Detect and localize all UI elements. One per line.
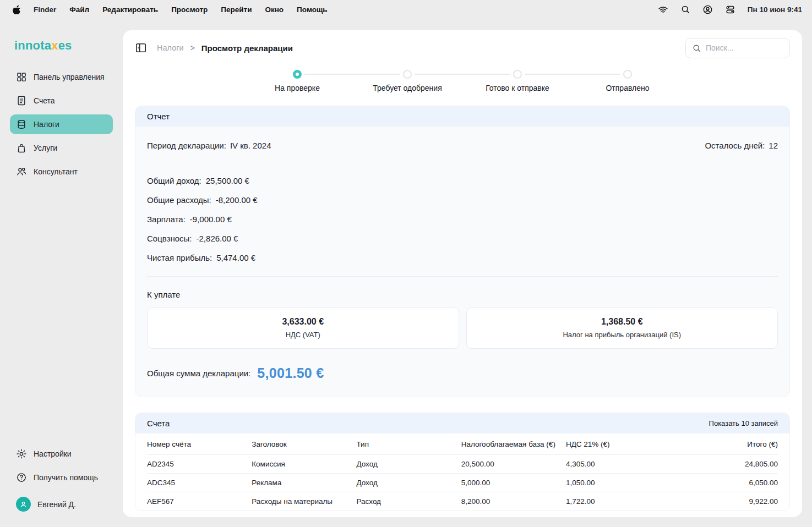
apple-icon[interactable]	[11, 5, 20, 14]
breadcrumb: Налоги > Просмотр декларации	[157, 43, 293, 53]
cell-total: 24,805.00	[671, 460, 778, 468]
col-taxable-base: Налогооблагаемая база (€)	[461, 440, 566, 448]
line-value: -2,826.00 €	[197, 234, 238, 243]
menubar-app-name[interactable]: Finder	[34, 6, 56, 14]
breadcrumb-parent[interactable]: Налоги	[157, 43, 184, 52]
cell-invoice-number: AEF567	[147, 497, 252, 506]
sidebar-nav: Панель управления Счета	[0, 67, 123, 182]
report-card: Отчет Период декларации:IV кв. 2024 Оста…	[135, 106, 790, 397]
col-title: Заголовок	[252, 440, 356, 448]
step-dot	[293, 70, 302, 79]
sidebar-item-label: Получить помощь	[34, 473, 98, 482]
control-center-icon[interactable]	[725, 4, 735, 15]
corporate-tax-amount: 1,368.50 €	[472, 317, 772, 327]
total-value: 5,001.50 €	[257, 365, 324, 381]
step-dot	[403, 70, 412, 79]
social-contributions-line: Соцвзносы:-2,826.00 €	[147, 229, 778, 248]
search-icon	[692, 43, 701, 53]
sidebar-item-invoices[interactable]: Счета	[10, 91, 113, 111]
logo-part-2: es	[58, 39, 72, 52]
logo-x-mark: x	[51, 39, 58, 52]
invoice-document-icon	[16, 95, 27, 106]
menu-item-help[interactable]: Помощь	[297, 6, 328, 14]
table-row[interactable]: AEF567 Расходы на материалы Расход 8,200…	[147, 492, 778, 510]
avatar	[16, 497, 31, 512]
people-icon	[16, 166, 27, 177]
line-value: 5,474.00 €	[216, 253, 255, 262]
sidebar-item-help[interactable]: Получить помощь	[10, 468, 113, 487]
table-row[interactable]: ADC345 Реклама Доход 5,000.00 1,050.00 6…	[147, 474, 778, 492]
sidebar-item-settings[interactable]: Настройки	[10, 444, 113, 464]
corporate-tax-label: Налог на прибыль организаций (IS)	[472, 331, 772, 339]
declaration-stepper: На проверке Требует одобрения Готово к о…	[242, 70, 683, 92]
sidebar-item-consultant[interactable]: Консультант	[10, 162, 113, 182]
cell-vat: 1,050.00	[566, 479, 671, 487]
menu-item-file[interactable]: Файл	[69, 6, 89, 14]
sidebar-item-label: Настройки	[34, 449, 72, 458]
col-type: Тип	[356, 440, 461, 448]
search-input[interactable]	[706, 43, 783, 52]
line-label: Общий доход:	[147, 176, 201, 185]
cell-type: Доход	[356, 479, 461, 487]
cell-invoice-number: AD2345	[147, 460, 252, 468]
period-row: Период декларации:IV кв. 2024 Осталось д…	[147, 129, 778, 158]
line-value: 25,500.00 €	[206, 176, 249, 185]
due-cards: 3,633.00 € НДС (VAT) 1,368.50 € Налог на…	[147, 308, 778, 349]
days-left-label: Осталось дней:	[705, 141, 765, 150]
main-header: Налоги > Просмотр декларации	[135, 30, 790, 62]
chevron-right-icon: >	[190, 43, 195, 52]
cell-taxable-base: 20,500.00	[461, 460, 566, 468]
menu-item-edit[interactable]: Редактировать	[102, 6, 158, 14]
period-value: IV кв. 2024	[230, 141, 271, 150]
cell-type: Расход	[356, 497, 461, 506]
app-layout: innotaxes Панель управления Счета	[0, 19, 812, 527]
net-profit-line: Чистая прибыль:5,474.00 €	[147, 248, 778, 267]
user-name: Евгений Д.	[37, 500, 76, 509]
sidebar-footer: Настройки Получить помощь	[0, 444, 123, 527]
declaration-period: Период декларации:IV кв. 2024	[147, 141, 271, 150]
search-icon[interactable]	[680, 4, 690, 14]
step-label: Готово к отправке	[486, 84, 549, 92]
main-card: Налоги > Просмотр декларации На проверке	[123, 30, 802, 517]
line-label: Чистая прибыль:	[147, 253, 212, 262]
menu-item-view[interactable]: Просмотр	[171, 6, 208, 14]
sidebar-user[interactable]: Евгений Д.	[10, 491, 113, 517]
report-card-header: Отчет	[135, 106, 789, 127]
due-section-title: К уплате	[147, 290, 778, 299]
app-logo: innotaxes	[14, 39, 123, 53]
search-box[interactable]	[685, 38, 790, 58]
report-title: Отчет	[147, 112, 170, 121]
sidebar-item-services[interactable]: Услуги	[10, 138, 113, 158]
invoices-table: Номер счёта Заголовок Тип Налогооблагаем…	[135, 433, 789, 510]
step-label: Отправлено	[606, 84, 649, 92]
col-vat: НДС 21% (€)	[566, 440, 671, 448]
vat-due-card: 3,633.00 € НДС (VAT)	[147, 308, 459, 349]
menu-item-go[interactable]: Перейти	[221, 6, 252, 14]
report-body: Период декларации:IV кв. 2024 Осталось д…	[135, 127, 789, 397]
sidebar-item-label: Счета	[34, 96, 55, 105]
invoices-card-header: Счета Показать 10 записей	[135, 413, 789, 433]
line-value: -8,200.00 €	[216, 195, 258, 205]
sidebar-toggle-icon[interactable]	[135, 42, 147, 54]
menu-item-window[interactable]: Окно	[265, 6, 284, 14]
table-row[interactable]: AD2345 Комиссия Доход 20,500.00 4,305.00…	[147, 455, 778, 474]
bag-icon	[16, 142, 27, 153]
financial-summary: Общий доход:25,500.00 € Общие расходы:-8…	[147, 171, 778, 267]
days-left-value: 12	[769, 141, 778, 150]
dashboard-grid-icon	[16, 72, 27, 83]
declaration-total-row: Общая сумма декларации: 5,001.50 €	[147, 365, 778, 381]
total-label: Общая сумма декларации:	[147, 369, 250, 378]
logo-part-1: innota	[14, 39, 51, 52]
cell-total: 9,922.00	[671, 497, 778, 506]
show-records-button[interactable]: Показать 10 записей	[709, 419, 778, 427]
sidebar-item-dashboard[interactable]: Панель управления	[10, 67, 113, 87]
sidebar-item-taxes[interactable]: Налоги	[10, 114, 113, 134]
salary-line: Зарплата:-9,000.00 €	[147, 210, 778, 229]
menubar-clock[interactable]: Пн 10 июн 9:41	[748, 6, 802, 14]
wifi-icon[interactable]	[658, 4, 668, 15]
user-account-icon[interactable]	[702, 4, 713, 15]
cell-invoice-number: ADC345	[147, 479, 252, 487]
divider	[147, 276, 778, 277]
days-left: Осталось дней:12	[705, 141, 778, 150]
cell-title: Комиссия	[252, 460, 356, 468]
